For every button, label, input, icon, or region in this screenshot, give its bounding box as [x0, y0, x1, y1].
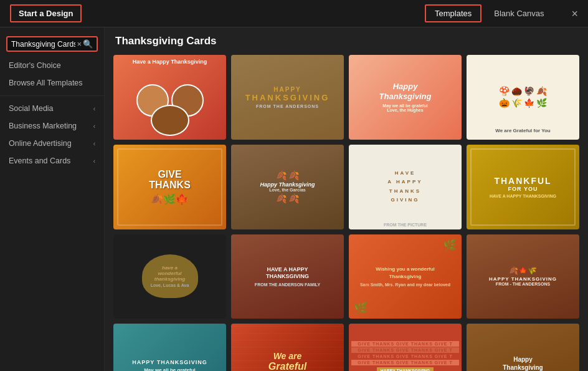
- chevron-icon: ‹: [93, 105, 95, 112]
- card-10[interactable]: HAVE A HAPPYTHANKSGIVING FROM THE ANDERS…: [231, 234, 344, 319]
- search-input[interactable]: [11, 40, 75, 49]
- card-12[interactable]: 🍂🍁🌾 HAPPY THANKSGIVING FROM - THE ANDERS…: [467, 234, 579, 319]
- sidebar-online-advertising[interactable]: Online Advertising ‹: [0, 135, 104, 152]
- card-2[interactable]: HAPPY THANKSGIVING FROM THE ANDERSONS: [231, 55, 344, 140]
- card-13[interactable]: HAPPY THANKSGIVING May we all be gratefu…: [113, 324, 226, 371]
- sidebar-divider: [0, 95, 104, 96]
- sidebar-editors-choice[interactable]: Editor's Choice: [0, 57, 104, 74]
- chevron-icon: ‹: [93, 123, 95, 130]
- card-3[interactable]: HappyThanksgiving May we all be grateful…: [349, 55, 462, 140]
- sidebar-social-media[interactable]: Social Media ‹: [0, 100, 104, 117]
- close-button[interactable]: ×: [571, 8, 578, 19]
- card-16[interactable]: HappyThanksgiving Love, the Blackwells: [467, 324, 579, 371]
- tab-group: Templates Blank Canvas: [425, 4, 554, 22]
- chevron-icon: ‹: [93, 158, 95, 165]
- card-11[interactable]: Wishing you a wonderfulThanksgiving Sam …: [349, 234, 462, 319]
- sidebar-events-cards[interactable]: Events and Cards ‹: [0, 152, 104, 170]
- card-6[interactable]: 🍂 🍂 Happy Thanksgiving Love, the Garcias…: [231, 145, 344, 229]
- top-bar: Start a Design Templates Blank Canvas ×: [0, 0, 588, 27]
- card-9[interactable]: have a wonderful thanksgiving Love, Luca…: [113, 234, 226, 319]
- card-grid: Have a Happy Thanksgiving HAPPY THANKSGI…: [113, 55, 579, 371]
- card-8[interactable]: THANKFUL FOR YOU HAVE A HAPPY THANKSGIVI…: [467, 145, 579, 229]
- templates-tab[interactable]: Templates: [425, 4, 481, 22]
- blank-canvas-tab[interactable]: Blank Canvas: [484, 4, 554, 22]
- card-15[interactable]: GIVE THANKS GIVE THANKS GIVE T GIVE THAN…: [349, 324, 462, 371]
- sidebar-browse-all[interactable]: Browse All Templates: [0, 74, 104, 92]
- card-5[interactable]: GIVETHANKS 🍂🌿🍁: [113, 145, 226, 229]
- card-1[interactable]: Have a Happy Thanksgiving: [113, 55, 226, 140]
- card-14[interactable]: We are Grateful for You: [231, 324, 344, 371]
- card-4[interactable]: 🍄 🌰 🦃 🍂 🎃 🌾 🍁 🌿 We are Grateful for You: [467, 55, 579, 140]
- card-7[interactable]: HAVEA HAPPYTHANKSGIVING FROM THE PICTURE: [349, 145, 462, 229]
- page-title: Thanksgiving Cards: [113, 35, 579, 47]
- sidebar-business-marketing[interactable]: Business Marketing ‹: [0, 117, 104, 135]
- content-area: Thanksgiving Cards Have a Happy Thanksgi…: [105, 27, 588, 371]
- main-layout: × 🔍 Editor's Choice Browse All Templates…: [0, 27, 588, 371]
- search-clear-button[interactable]: ×: [75, 39, 83, 49]
- chevron-icon: ‹: [93, 140, 95, 147]
- sidebar: × 🔍 Editor's Choice Browse All Templates…: [0, 27, 105, 371]
- search-icon-button[interactable]: 🔍: [83, 39, 93, 49]
- search-box: × 🔍: [6, 36, 98, 52]
- start-design-button[interactable]: Start a Design: [10, 4, 82, 22]
